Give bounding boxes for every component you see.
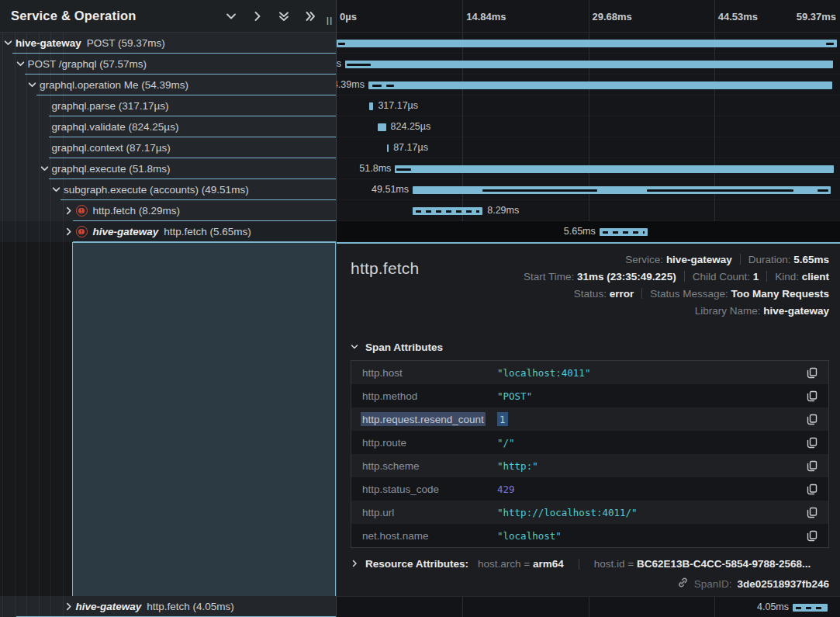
attribute-row[interactable]: http.request.resend_count1 — [351, 407, 828, 431]
meta-label: Service: — [625, 254, 666, 265]
timeline-row[interactable]: 57.57ms — [337, 54, 840, 75]
span-tree-panel: Service & Operation hive-gatewayPOST (59… — [0, 0, 336, 617]
indent-guide — [15, 33, 16, 617]
meta-label: Status: — [574, 288, 610, 300]
duration-label: 87.17µs — [393, 137, 428, 158]
attribute-row[interactable]: net.host.name"localhost" — [351, 524, 828, 547]
span-duration-bar[interactable] — [369, 102, 374, 110]
sub-span-mark — [818, 189, 828, 192]
copy-icon[interactable] — [805, 505, 819, 519]
tree-header: Service & Operation — [0, 0, 336, 33]
sub-span-mark — [386, 85, 394, 87]
span-attributes-table: http.host"localhost:4011"http.method"POS… — [351, 360, 829, 548]
span-duration-bar[interactable] — [600, 228, 648, 236]
span-duration-bar[interactable] — [337, 40, 837, 47]
span-duration-bar[interactable] — [345, 61, 833, 68]
span-id-label: SpanID: — [694, 578, 732, 590]
span-duration-bar[interactable] — [395, 165, 834, 173]
sub-span-mark — [647, 189, 793, 192]
chevron-right-icon[interactable] — [64, 200, 73, 221]
copy-icon[interactable] — [805, 366, 819, 380]
service-name: hive-gateway — [16, 37, 81, 49]
timeline-row[interactable]: 8.29ms — [337, 200, 840, 221]
copy-icon[interactable] — [805, 529, 819, 542]
operation-label: http.fetch (8.29ms) — [93, 205, 181, 217]
chevron-right-icon[interactable] — [64, 221, 73, 242]
timeline-row[interactable]: 4.05ms — [337, 597, 840, 617]
copy-icon[interactable] — [805, 435, 819, 449]
attribute-key: net.host.name — [361, 530, 497, 542]
attribute-value: 1 — [497, 414, 805, 425]
attribute-row[interactable]: http.status_code429 — [351, 477, 828, 501]
copy-icon[interactable] — [805, 482, 819, 496]
meta-label: Start Time: — [524, 271, 577, 283]
resource-attributes-row[interactable]: Resource Attributes: host.arch = arm64ho… — [351, 558, 829, 570]
span-duration-bar[interactable] — [368, 81, 832, 89]
meta-separator — [579, 559, 579, 570]
span-attributes-header[interactable]: Span Attributes — [351, 341, 829, 353]
span-duration-bar[interactable] — [793, 604, 828, 612]
collapse-one-chevron-down-icon[interactable] — [224, 9, 238, 23]
span-duration-bar[interactable] — [413, 207, 482, 215]
chevron-down-icon — [351, 341, 358, 353]
timeline-row[interactable]: 59.37ms — [337, 33, 840, 54]
meta-value: hive-gateway — [763, 305, 829, 317]
span-duration-bar[interactable] — [387, 144, 389, 152]
meta-value: 1 — [753, 271, 759, 283]
span-id-row: SpanID: 3de02518937fb246 — [351, 577, 829, 591]
attribute-row[interactable]: http.route"/" — [351, 431, 828, 454]
sub-span-mark — [372, 85, 382, 87]
duration-label: 824.25µs — [391, 116, 431, 137]
timeline-row[interactable]: 54.39ms — [337, 75, 840, 95]
timeline-panel: 0µs14.84ms29.68ms44.53ms59.37ms 59.37ms5… — [337, 0, 840, 617]
attribute-row[interactable]: http.method"POST" — [351, 384, 828, 407]
span-id-value: 3de02518937fb246 — [737, 578, 829, 590]
timeline-row[interactable]: 49.51ms — [337, 179, 840, 200]
indent-guide — [2, 33, 3, 617]
meta-label: Child Count: — [693, 271, 753, 283]
span-meta: Service: hive-gatewayDuration: 5.65msSta… — [524, 251, 829, 320]
copy-icon[interactable] — [805, 389, 819, 403]
meta-separator — [641, 288, 642, 299]
attribute-row[interactable]: http.scheme"http:" — [351, 454, 828, 477]
meta-label: Status Message: — [650, 288, 731, 300]
sub-span-mark — [826, 43, 834, 45]
ruler-tick: 44.53ms — [718, 0, 758, 33]
chevron-down-icon[interactable] — [52, 179, 60, 200]
chevron-down-icon[interactable] — [4, 33, 12, 54]
span-duration-bar[interactable] — [378, 123, 385, 131]
chevron-right-icon[interactable] — [64, 596, 73, 617]
operation-label: http.fetch (5.65ms) — [164, 226, 251, 237]
attribute-row[interactable]: http.host"localhost:4011" — [351, 361, 828, 384]
operation-label: POST /graphql (57.57ms) — [28, 58, 147, 70]
duration-label: 49.51ms — [372, 179, 409, 200]
link-icon[interactable] — [677, 577, 689, 591]
timeline-row[interactable]: 51.8ms — [337, 158, 840, 179]
resize-grip-icon[interactable]: || — [327, 16, 334, 25]
attribute-value: "http:" — [497, 460, 805, 472]
indent-guide — [50, 33, 51, 617]
attribute-row[interactable]: http.url"http://localhost:4011/" — [351, 501, 828, 524]
span-attributes-heading-label: Span Attributes — [365, 341, 443, 353]
attribute-key: http.host — [361, 367, 497, 379]
timeline-row[interactable]: 317.17µs — [337, 95, 840, 116]
operation-label: graphql.validate (824.25µs) — [52, 121, 179, 133]
sub-span-mark — [482, 189, 596, 192]
attribute-key: http.request.resend_count — [361, 414, 497, 425]
copy-icon[interactable] — [805, 459, 819, 473]
expand-all-double-chevron-right-icon[interactable] — [303, 9, 317, 23]
attribute-value: "localhost:4011" — [497, 367, 805, 379]
chevron-down-icon[interactable] — [28, 75, 36, 95]
collapse-all-double-chevron-down-icon[interactable] — [277, 9, 291, 23]
copy-icon[interactable] — [805, 412, 819, 426]
panel-resize-divider[interactable]: || — [336, 0, 337, 617]
timeline-bottom-row: 4.05ms — [337, 596, 840, 617]
timeline-row[interactable]: 824.25µs — [337, 116, 840, 137]
timeline-row[interactable]: 87.17µs — [337, 137, 840, 158]
timeline-row[interactable]: 5.65ms — [337, 221, 840, 242]
operation-label: POST (59.37ms) — [87, 37, 165, 49]
expand-one-chevron-right-icon[interactable] — [251, 9, 264, 23]
chevron-down-icon[interactable] — [16, 54, 25, 75]
chevron-down-icon[interactable] — [40, 158, 49, 179]
duration-label: 57.57ms — [337, 54, 341, 75]
